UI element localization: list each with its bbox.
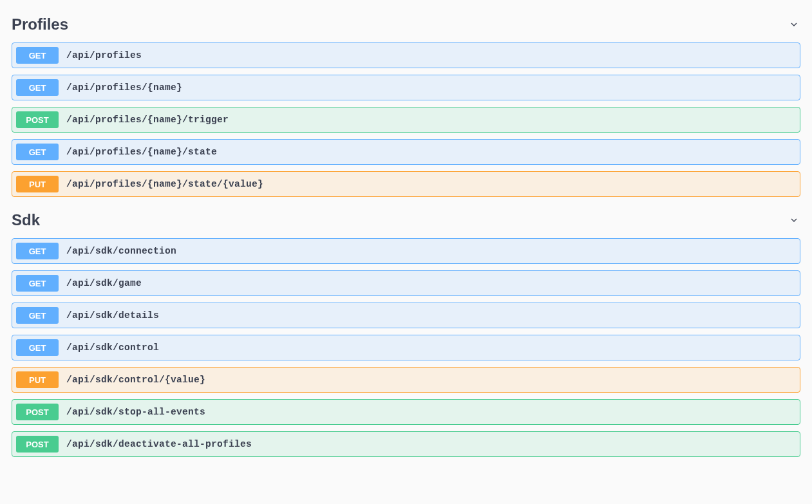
- chevron-down-icon: [788, 214, 800, 227]
- endpoint-path: /api/profiles/{name}/trigger: [66, 115, 229, 125]
- endpoint-row[interactable]: GET /api/sdk/control: [12, 335, 800, 360]
- endpoint-path: /api/sdk/control/{value}: [66, 375, 205, 385]
- http-method-badge: GET: [16, 275, 59, 292]
- endpoint-path: /api/sdk/control: [66, 342, 159, 353]
- endpoint-path: /api/profiles/{name}/state: [66, 147, 217, 157]
- http-method-badge: GET: [16, 339, 59, 356]
- endpoint-path: /api/sdk/stop-all-events: [66, 407, 205, 417]
- chevron-down-icon: [788, 18, 800, 31]
- http-method-badge: GET: [16, 243, 59, 259]
- endpoint-path: /api/profiles/{name}/state/{value}: [66, 179, 263, 189]
- endpoint-row[interactable]: GET /api/sdk/connection: [12, 238, 800, 264]
- endpoint-row[interactable]: POST /api/sdk/deactivate-all-profiles: [12, 431, 800, 457]
- endpoint-row[interactable]: PUT /api/sdk/control/{value}: [12, 367, 800, 393]
- endpoint-path: /api/sdk/deactivate-all-profiles: [66, 439, 252, 449]
- http-method-badge: GET: [16, 144, 59, 160]
- http-method-badge: POST: [16, 436, 59, 453]
- endpoint-path: /api/sdk/details: [66, 310, 159, 321]
- endpoint-path: /api/sdk/connection: [66, 246, 176, 256]
- endpoint-row[interactable]: POST /api/profiles/{name}/trigger: [12, 107, 800, 133]
- endpoint-path: /api/profiles/{name}: [66, 82, 182, 93]
- http-method-badge: POST: [16, 404, 59, 420]
- http-method-badge: PUT: [16, 371, 59, 388]
- endpoint-path: /api/profiles: [66, 50, 142, 61]
- section-header-profiles[interactable]: Profiles: [12, 12, 800, 42]
- endpoint-row[interactable]: GET /api/profiles: [12, 42, 800, 68]
- endpoint-row[interactable]: PUT /api/profiles/{name}/state/{value}: [12, 171, 800, 197]
- section-header-sdk[interactable]: Sdk: [12, 203, 800, 238]
- endpoint-row[interactable]: GET /api/profiles/{name}: [12, 75, 800, 100]
- http-method-badge: GET: [16, 79, 59, 96]
- endpoint-path: /api/sdk/game: [66, 278, 142, 288]
- endpoint-row[interactable]: GET /api/profiles/{name}/state: [12, 139, 800, 165]
- http-method-badge: GET: [16, 47, 59, 64]
- http-method-badge: GET: [16, 307, 59, 324]
- endpoint-row[interactable]: GET /api/sdk/game: [12, 270, 800, 296]
- section-title: Profiles: [12, 15, 68, 33]
- http-method-badge: POST: [16, 111, 59, 128]
- http-method-badge: PUT: [16, 176, 59, 192]
- endpoint-row[interactable]: GET /api/sdk/details: [12, 303, 800, 328]
- section-title: Sdk: [12, 211, 40, 229]
- endpoint-row[interactable]: POST /api/sdk/stop-all-events: [12, 399, 800, 425]
